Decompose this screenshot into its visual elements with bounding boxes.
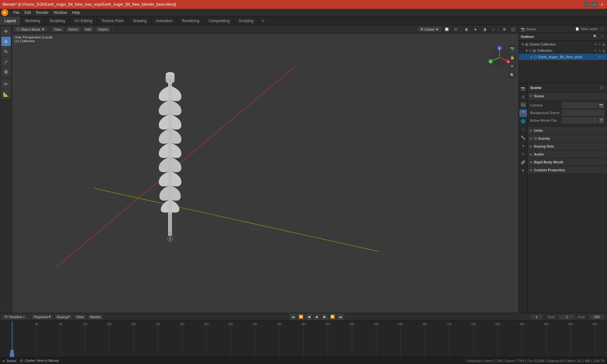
col-vis-3[interactable]: ▣ (602, 49, 605, 52)
snap-icon[interactable]: 🔲 (443, 26, 450, 33)
tab-scripting[interactable]: Scripting (234, 16, 258, 25)
tab-animation[interactable]: Animation (151, 16, 177, 25)
viewport-zoom-icon[interactable]: 🔍 (508, 71, 516, 79)
global-orientation-selector[interactable]: ⊕ Global ▼ (418, 27, 441, 32)
scale-tool-button[interactable]: ⤢ (1, 57, 11, 66)
timeline-ruler[interactable]: 1 40 80 120 160 200 240 280 320 360 (0, 321, 607, 357)
tab-texture-paint[interactable]: Texture Paint (97, 16, 128, 25)
shading-render-icon[interactable]: ○ (490, 26, 497, 33)
props-tab-physics[interactable]: ⚛ (519, 150, 527, 158)
viewport-3d[interactable]: ⬡ Object Mode ▼ View Select Add Object ⊕ (12, 25, 518, 313)
camera-view-icon[interactable]: 📷 (508, 45, 516, 52)
proportional-icon[interactable]: ⊙ (452, 26, 459, 33)
menu-help[interactable]: Help (70, 10, 83, 15)
end-frame-input[interactable]: 250 (589, 315, 604, 319)
play-button[interactable]: ▶ (321, 313, 328, 320)
tab-modeling[interactable]: Modeling (21, 16, 45, 25)
outliner-filter-icon[interactable]: ▽ (599, 34, 605, 39)
stop-button[interactable]: ■ (313, 313, 320, 320)
props-tab-object[interactable]: ⬡ (519, 126, 527, 133)
rigid-body-header[interactable]: ▸ Rigid Body World (528, 158, 607, 166)
props-tab-data[interactable]: ▼ (519, 167, 527, 174)
marker-menu[interactable]: Marker (88, 315, 103, 319)
close-button[interactable]: ✕ (599, 2, 604, 7)
playback-menu[interactable]: Playback ▾ (32, 314, 52, 319)
outliner-item-scene-collection[interactable]: ▾ ▤ Scene Collection 👁 🖱 ▣ (519, 41, 607, 47)
camera-value[interactable] (562, 102, 598, 108)
scene-canvas[interactable]: Z X Y 📷 🔒 👁 🔍 (12, 33, 518, 313)
menu-window[interactable]: Window (51, 10, 70, 15)
gravity-section-header[interactable]: ▸ ☑ Gravity (528, 135, 607, 142)
shading-lp-icon[interactable]: ◑ (481, 26, 488, 33)
view-menu[interactable]: View (74, 315, 86, 319)
transform-tool-button[interactable]: ⊞ (1, 67, 11, 76)
prev-keyframe-button[interactable]: ⏪ (297, 313, 304, 320)
scene-section-header[interactable]: ▾ Scene (528, 92, 607, 100)
viewport-view-menu[interactable]: View (51, 27, 64, 32)
auger-vis-1[interactable]: ✏ (598, 55, 601, 59)
viewport-mode-selector[interactable]: ⬡ Object Mode ▼ (14, 27, 47, 32)
props-menu-icon[interactable]: ☰ (599, 85, 604, 91)
keying-sets-header[interactable]: ▸ Keying Sets (528, 143, 607, 150)
audio-section-header[interactable]: ▸ Audio (528, 150, 607, 158)
jump-start-button[interactable]: ⏮ (290, 313, 297, 320)
current-frame-input[interactable]: 1 (531, 315, 542, 319)
minimize-button[interactable]: ─ (584, 2, 589, 7)
render-preview-icon[interactable]: 👁 (508, 63, 516, 70)
play-backward-button[interactable]: ◀ (305, 313, 312, 320)
props-tab-view-layer[interactable] (519, 101, 527, 109)
next-keyframe-button[interactable]: ⏩ (329, 313, 336, 320)
viewport-object-menu[interactable]: Object (95, 27, 111, 32)
background-scene-value[interactable] (562, 110, 604, 116)
shading-solid-icon[interactable]: ● (472, 26, 479, 33)
movie-clip-icon[interactable]: 🎬 (598, 117, 604, 124)
start-frame-input[interactable]: 1 (559, 315, 574, 319)
measure-tool-button[interactable]: 📐 (1, 89, 11, 99)
props-tab-constraints[interactable]: 🔗 (519, 159, 527, 166)
move-tool-button[interactable]: ⊕ (1, 37, 11, 46)
add-workspace-button[interactable]: + (258, 16, 267, 25)
col-vis-1[interactable]: 👁 (594, 49, 597, 52)
tab-shading[interactable]: Shading (128, 16, 151, 25)
keying-menu[interactable]: Keying ▾ (55, 314, 72, 319)
rotate-tool-button[interactable]: ↻ (1, 47, 11, 56)
annotate-tool-button[interactable]: ✏ (1, 79, 11, 89)
props-tab-world[interactable]: 🌐 (519, 118, 527, 125)
col-vis-2[interactable]: 🖱 (598, 49, 601, 52)
timeline-type-selector[interactable]: ⏱ Timeline ▾ (3, 315, 27, 319)
outliner-item-auger[interactable]: ▸ ⬡ Earth_Auger_Bit_New_pivot ✏ 👁 (519, 54, 607, 60)
outliner-search-icon[interactable]: 🔍 (592, 34, 598, 39)
cursor-tool-button[interactable]: ✛ (1, 27, 11, 36)
xray-toggle[interactable]: ◫ (510, 26, 517, 33)
vis-icon-3[interactable]: ▣ (602, 43, 605, 46)
tab-sculpting[interactable]: Sculpting (45, 16, 70, 25)
current-frame-marker[interactable] (10, 353, 14, 357)
filter-icon[interactable]: ▽ (599, 26, 605, 32)
custom-props-header[interactable]: ▸ Custom Properties (528, 166, 607, 174)
camera-picker-icon[interactable]: 📷 (598, 102, 604, 108)
maximize-button[interactable]: □ (592, 2, 597, 7)
jump-end-button[interactable]: ⏭ (337, 313, 344, 320)
auger-vis-2[interactable]: 👁 (602, 55, 605, 59)
shading-wire-icon[interactable]: ◐ (463, 26, 470, 33)
props-tab-particles[interactable]: ✦ (519, 142, 527, 150)
viewport-select-menu[interactable]: Select (66, 27, 81, 32)
tab-rendering[interactable]: Rendering (177, 16, 204, 25)
units-section-header[interactable]: ▸ Units (528, 127, 607, 134)
tab-layout[interactable]: Layout (0, 16, 21, 25)
props-tab-output[interactable]: 🖨 (519, 93, 527, 100)
vis-icon-1[interactable]: 👁 (594, 43, 597, 46)
overlay-toggle[interactable]: ⊕ (501, 26, 508, 33)
menu-edit[interactable]: Edit (22, 10, 34, 15)
lock-camera-icon[interactable]: 🔒 (508, 54, 516, 61)
active-movie-clip-value[interactable] (562, 117, 598, 124)
vis-icon-2[interactable]: 🖱 (598, 43, 601, 46)
props-tab-scene[interactable]: 🎬 (519, 109, 527, 117)
menu-render[interactable]: Render (34, 10, 51, 15)
props-tab-modifier[interactable]: 🔧 (519, 134, 527, 142)
viewport-add-menu[interactable]: Add (83, 27, 94, 32)
tab-compositing[interactable]: Compositing (204, 16, 235, 25)
outliner-item-collection[interactable]: ▾ ☑ ▤ Collection 👁 🖱 ▣ (519, 47, 607, 54)
tab-uv-editing[interactable]: UV Editing (70, 16, 97, 25)
props-tab-render[interactable]: 📷 (519, 85, 527, 92)
